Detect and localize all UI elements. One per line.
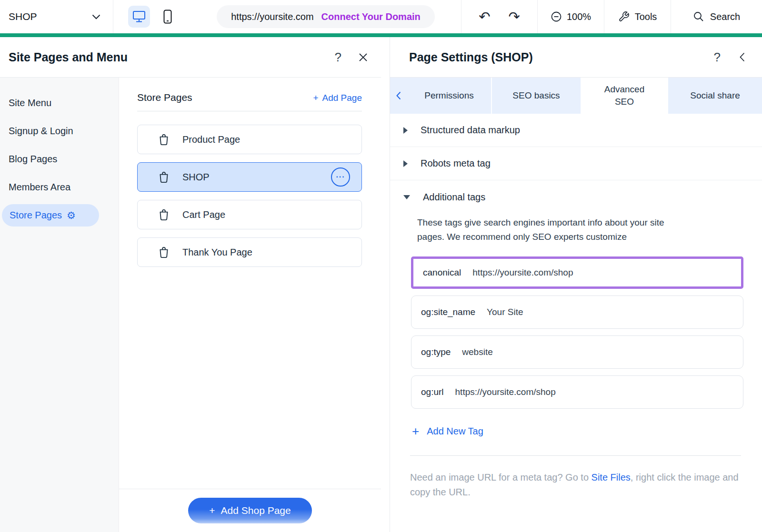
zoom-out-icon[interactable] <box>551 11 562 22</box>
page-options-button[interactable]: ··· <box>331 167 350 187</box>
shopping-bag-icon <box>158 133 170 146</box>
store-pages-title: Store Pages <box>137 92 192 103</box>
sidebar-item-store-pages[interactable]: Store Pages ⚙ <box>2 204 99 227</box>
mobile-view-button[interactable] <box>160 6 176 28</box>
top-toolbar: SHOP https://yoursite.com Connect Your D… <box>0 0 762 33</box>
shopping-bag-icon <box>158 246 170 259</box>
triangle-right-icon <box>403 160 408 167</box>
tag-name: og:url <box>421 387 444 397</box>
search-button[interactable]: Search <box>671 0 762 33</box>
help-icon[interactable]: ? <box>714 50 721 65</box>
section-label: Structured data markup <box>421 125 520 136</box>
add-new-tag-label: Add New Tag <box>427 426 483 437</box>
add-page-label: Add Page <box>322 93 362 103</box>
tab-scroll-left-icon[interactable] <box>390 78 407 114</box>
site-url: https://yoursite.com <box>231 11 313 22</box>
site-url-field[interactable]: https://yoursite.com Connect Your Domain <box>217 5 435 28</box>
tag-name: og:type <box>421 347 451 357</box>
connect-domain-link[interactable]: Connect Your Domain <box>321 11 421 22</box>
page-settings-panel: Page Settings (SHOP) ? Permissions SEO b… <box>390 37 762 532</box>
tag-value: Your Site <box>487 307 523 317</box>
add-page-link[interactable]: + Add Page <box>313 93 362 103</box>
section-additional-tags[interactable]: Additional tags <box>390 180 762 214</box>
sidebar-item-members-area[interactable]: Members Area <box>0 176 119 198</box>
meta-tag-canonical[interactable]: canonical https://yoursite.com/shop <box>411 256 743 289</box>
page-settings-header: Page Settings (SHOP) ? <box>390 37 762 78</box>
wrench-icon <box>618 11 630 22</box>
store-pages-list: Product Page SHOP ··· <box>137 125 362 267</box>
tab-seo-basics[interactable]: SEO basics <box>492 78 582 114</box>
gear-icon[interactable]: ⚙ <box>67 210 76 220</box>
sidebar-item-site-menu[interactable]: Site Menu <box>0 92 119 114</box>
tab-social-share[interactable]: Social share <box>668 78 762 114</box>
accent-bar <box>0 33 762 37</box>
tag-name: og:site_name <box>421 307 475 317</box>
chevron-left-icon[interactable] <box>740 52 745 62</box>
section-robots-meta-tag[interactable]: Robots meta tag <box>390 147 762 180</box>
section-structured-data-markup[interactable]: Structured data markup <box>390 114 762 147</box>
page-item-label: Cart Page <box>182 209 225 220</box>
page-selector-label: SHOP <box>9 11 37 22</box>
site-pages-panel-header: Site Pages and Menu ? <box>0 37 381 78</box>
url-bar-zone: https://yoursite.com Connect Your Domain <box>190 0 461 33</box>
meta-tag-og-type[interactable]: og:type website <box>411 335 743 369</box>
meta-tag-og-site-name[interactable]: og:site_name Your Site <box>411 296 743 329</box>
add-new-tag-button[interactable]: + Add New Tag <box>412 425 762 437</box>
page-settings-title: Page Settings (SHOP) <box>409 50 533 64</box>
desktop-icon <box>132 10 146 23</box>
add-shop-page-button[interactable]: + Add Shop Page <box>188 498 311 523</box>
undo-button[interactable]: ↶ <box>479 10 490 24</box>
plus-icon: + <box>313 93 318 103</box>
device-switcher <box>113 0 190 33</box>
page-item-shop[interactable]: SHOP ··· <box>137 162 362 192</box>
additional-tags-description: These tags give search engines important… <box>417 216 678 244</box>
site-pages-panel: Site Pages and Menu ? Site Menu Signup &… <box>0 37 381 532</box>
search-icon <box>693 11 704 22</box>
desktop-view-button[interactable] <box>128 6 150 28</box>
panel-title: Site Pages and Menu <box>9 50 128 64</box>
divider <box>410 455 741 456</box>
help-icon[interactable]: ? <box>335 50 341 65</box>
section-label: Additional tags <box>423 192 485 203</box>
settings-tabbar: Permissions SEO basics Advanced SEO Soci… <box>390 78 762 114</box>
advanced-seo-content: Structured data markup Robots meta tag A… <box>390 114 762 532</box>
tools-button[interactable]: Tools <box>604 0 671 33</box>
sidebar-item-signup-login[interactable]: Signup & Login <box>0 120 119 142</box>
sidebar-item-blog-pages[interactable]: Blog Pages <box>0 148 119 170</box>
site-files-link[interactable]: Site Files <box>592 472 631 483</box>
tag-name: canonical <box>423 267 461 278</box>
mobile-icon <box>163 10 172 24</box>
triangle-down-icon <box>403 195 410 199</box>
main-area: Site Pages and Menu ? Site Menu Signup &… <box>0 37 762 532</box>
page-item-product-page[interactable]: Product Page <box>137 125 362 154</box>
page-selector[interactable]: SHOP <box>0 0 113 33</box>
meta-tag-og-url[interactable]: og:url https://yoursite.com/shop <box>411 375 743 409</box>
meta-tags-list: canonical https://yoursite.com/shop og:s… <box>411 256 743 409</box>
search-label: Search <box>710 11 740 22</box>
editor-screen: SHOP https://yoursite.com Connect Your D… <box>0 0 762 532</box>
redo-button[interactable]: ↷ <box>509 10 520 24</box>
pages-nav: Site Menu Signup & Login Blog Pages Memb… <box>0 78 119 532</box>
tab-advanced-seo[interactable]: Advanced SEO <box>582 78 668 114</box>
add-shop-page-label: Add Shop Page <box>221 505 291 516</box>
pages-footer: + Add Shop Page <box>119 489 381 532</box>
plus-icon: + <box>412 425 419 437</box>
shopping-bag-icon <box>158 171 170 184</box>
note-prefix: Need an image URL for a meta tag? Go to <box>410 472 592 483</box>
shopping-bag-icon <box>158 208 170 221</box>
panel-gutter <box>381 37 390 532</box>
zoom-control[interactable]: 100% <box>537 0 604 33</box>
close-icon[interactable] <box>359 53 368 62</box>
zoom-level: 100% <box>567 11 591 22</box>
tag-value: https://yoursite.com/shop <box>472 267 573 278</box>
page-item-cart-page[interactable]: Cart Page <box>137 200 362 229</box>
page-item-label: SHOP <box>182 172 210 183</box>
plus-icon: + <box>209 505 215 516</box>
page-item-thank-you-page[interactable]: Thank You Page <box>137 237 362 267</box>
tools-label: Tools <box>635 11 657 22</box>
chevron-down-icon <box>92 14 100 20</box>
tab-permissions[interactable]: Permissions <box>407 78 492 114</box>
tab-label: Advanced SEO <box>602 83 647 108</box>
triangle-right-icon <box>403 127 408 134</box>
store-pages-list-panel: Store Pages + Add Page <box>119 78 381 532</box>
